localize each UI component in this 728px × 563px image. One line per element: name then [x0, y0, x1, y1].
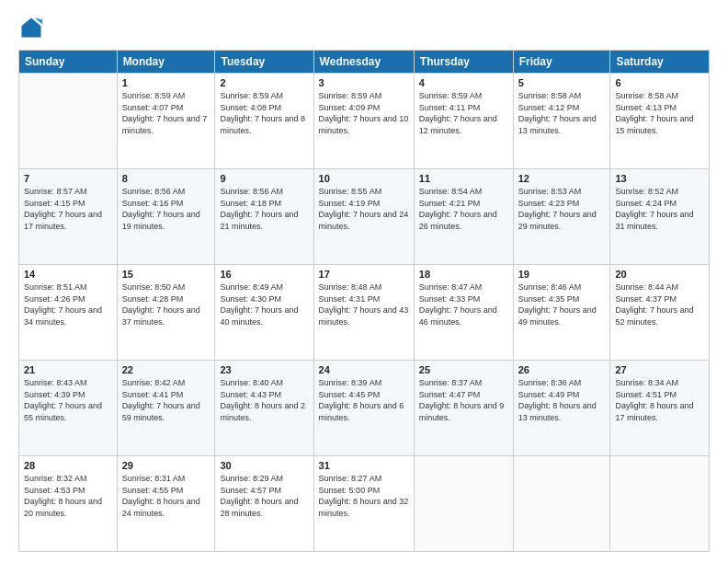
day-info: Sunrise: 8:58 AMSunset: 4:12 PMDaylight:…	[518, 90, 606, 136]
calendar-week-row: 14Sunrise: 8:51 AMSunset: 4:26 PMDayligh…	[19, 265, 710, 361]
day-info: Sunrise: 8:50 AMSunset: 4:28 PMDaylight:…	[122, 282, 210, 327]
calendar-day-cell: 13Sunrise: 8:52 AMSunset: 4:24 PMDayligh…	[610, 169, 710, 265]
calendar-day-cell: 15Sunrise: 8:50 AMSunset: 4:28 PMDayligh…	[117, 265, 215, 361]
calendar-day-cell: 4Sunrise: 8:59 AMSunset: 4:11 PMDaylight…	[414, 74, 513, 169]
day-info: Sunrise: 8:59 AMSunset: 4:09 PMDaylight:…	[319, 90, 409, 136]
day-info: Sunrise: 8:37 AMSunset: 4:47 PMDaylight:…	[419, 377, 508, 423]
day-number: 23	[220, 364, 308, 375]
day-number: 24	[319, 364, 409, 375]
day-number: 20	[615, 269, 704, 280]
calendar-day-cell: 7Sunrise: 8:57 AMSunset: 4:15 PMDaylight…	[19, 169, 118, 265]
day-info: Sunrise: 8:40 AMSunset: 4:43 PMDaylight:…	[220, 377, 308, 423]
day-number: 22	[122, 364, 210, 375]
header	[18, 15, 710, 40]
logo	[18, 15, 48, 40]
day-number: 21	[24, 364, 112, 375]
calendar-week-row: 28Sunrise: 8:32 AMSunset: 4:53 PMDayligh…	[19, 456, 710, 552]
svg-marker-0	[22, 18, 41, 38]
calendar-day-cell: 9Sunrise: 8:56 AMSunset: 4:18 PMDaylight…	[215, 169, 313, 265]
day-info: Sunrise: 8:32 AMSunset: 4:53 PMDaylight:…	[24, 473, 112, 519]
weekday-saturday: Saturday	[610, 51, 710, 74]
day-info: Sunrise: 8:31 AMSunset: 4:55 PMDaylight:…	[122, 473, 210, 519]
calendar-day-cell: 31Sunrise: 8:27 AMSunset: 5:00 PMDayligh…	[313, 456, 414, 552]
day-number: 5	[518, 77, 606, 88]
calendar-week-row: 1Sunrise: 8:59 AMSunset: 4:07 PMDaylight…	[19, 74, 710, 169]
day-info: Sunrise: 8:42 AMSunset: 4:41 PMDaylight:…	[122, 377, 210, 423]
day-info: Sunrise: 8:43 AMSunset: 4:39 PMDaylight:…	[24, 377, 112, 423]
weekday-wednesday: Wednesday	[313, 51, 414, 74]
day-number: 6	[615, 77, 704, 88]
calendar-day-cell	[513, 456, 610, 552]
calendar-day-cell: 18Sunrise: 8:47 AMSunset: 4:33 PMDayligh…	[414, 265, 513, 361]
day-number: 29	[122, 460, 210, 471]
day-number: 18	[419, 269, 508, 280]
weekday-friday: Friday	[513, 51, 610, 74]
calendar-day-cell: 1Sunrise: 8:59 AMSunset: 4:07 PMDaylight…	[117, 74, 215, 169]
calendar-day-cell: 30Sunrise: 8:29 AMSunset: 4:57 PMDayligh…	[215, 456, 313, 552]
calendar-week-row: 7Sunrise: 8:57 AMSunset: 4:15 PMDaylight…	[19, 169, 710, 265]
day-number: 19	[518, 269, 606, 280]
day-info: Sunrise: 8:52 AMSunset: 4:24 PMDaylight:…	[615, 186, 704, 232]
day-info: Sunrise: 8:48 AMSunset: 4:31 PMDaylight:…	[319, 282, 409, 327]
day-number: 7	[24, 173, 112, 184]
calendar-day-cell	[19, 74, 118, 169]
day-info: Sunrise: 8:46 AMSunset: 4:35 PMDaylight:…	[518, 282, 606, 327]
weekday-thursday: Thursday	[414, 51, 513, 74]
day-info: Sunrise: 8:56 AMSunset: 4:18 PMDaylight:…	[220, 186, 308, 232]
calendar-day-cell: 10Sunrise: 8:55 AMSunset: 4:19 PMDayligh…	[313, 169, 414, 265]
calendar-day-cell: 3Sunrise: 8:59 AMSunset: 4:09 PMDaylight…	[313, 74, 414, 169]
calendar-day-cell: 24Sunrise: 8:39 AMSunset: 4:45 PMDayligh…	[313, 361, 414, 456]
calendar-day-cell: 23Sunrise: 8:40 AMSunset: 4:43 PMDayligh…	[215, 361, 313, 456]
calendar-day-cell: 28Sunrise: 8:32 AMSunset: 4:53 PMDayligh…	[19, 456, 118, 552]
day-info: Sunrise: 8:34 AMSunset: 4:51 PMDaylight:…	[615, 377, 704, 423]
day-number: 1	[122, 77, 210, 88]
day-info: Sunrise: 8:39 AMSunset: 4:45 PMDaylight:…	[319, 377, 409, 423]
day-info: Sunrise: 8:53 AMSunset: 4:23 PMDaylight:…	[518, 186, 606, 232]
calendar-day-cell	[610, 456, 710, 552]
calendar-day-cell: 2Sunrise: 8:59 AMSunset: 4:08 PMDaylight…	[215, 74, 313, 169]
day-number: 13	[615, 173, 704, 184]
day-number: 25	[419, 364, 508, 375]
day-info: Sunrise: 8:27 AMSunset: 5:00 PMDaylight:…	[319, 473, 409, 519]
day-info: Sunrise: 8:58 AMSunset: 4:13 PMDaylight:…	[615, 90, 704, 136]
weekday-sunday: Sunday	[19, 51, 118, 74]
day-number: 11	[419, 173, 508, 184]
day-info: Sunrise: 8:59 AMSunset: 4:07 PMDaylight:…	[122, 90, 210, 136]
day-info: Sunrise: 8:54 AMSunset: 4:21 PMDaylight:…	[419, 186, 508, 232]
day-info: Sunrise: 8:59 AMSunset: 4:08 PMDaylight:…	[220, 90, 308, 136]
calendar-day-cell: 8Sunrise: 8:56 AMSunset: 4:16 PMDaylight…	[117, 169, 215, 265]
calendar-day-cell: 11Sunrise: 8:54 AMSunset: 4:21 PMDayligh…	[414, 169, 513, 265]
calendar-day-cell: 5Sunrise: 8:58 AMSunset: 4:12 PMDaylight…	[513, 74, 610, 169]
calendar-day-cell: 6Sunrise: 8:58 AMSunset: 4:13 PMDaylight…	[610, 74, 710, 169]
calendar-day-cell: 16Sunrise: 8:49 AMSunset: 4:30 PMDayligh…	[215, 265, 313, 361]
calendar-day-cell: 12Sunrise: 8:53 AMSunset: 4:23 PMDayligh…	[513, 169, 610, 265]
weekday-header-row: SundayMondayTuesdayWednesdayThursdayFrid…	[19, 51, 710, 74]
calendar-day-cell: 25Sunrise: 8:37 AMSunset: 4:47 PMDayligh…	[414, 361, 513, 456]
day-number: 28	[24, 460, 112, 471]
day-info: Sunrise: 8:59 AMSunset: 4:11 PMDaylight:…	[419, 90, 508, 136]
day-number: 15	[122, 269, 210, 280]
day-number: 30	[220, 460, 308, 471]
day-number: 3	[319, 77, 409, 88]
day-info: Sunrise: 8:44 AMSunset: 4:37 PMDaylight:…	[615, 282, 704, 327]
calendar-day-cell: 29Sunrise: 8:31 AMSunset: 4:55 PMDayligh…	[117, 456, 215, 552]
day-info: Sunrise: 8:49 AMSunset: 4:30 PMDaylight:…	[220, 282, 308, 327]
day-info: Sunrise: 8:51 AMSunset: 4:26 PMDaylight:…	[24, 282, 112, 327]
day-number: 2	[220, 77, 308, 88]
calendar-table: SundayMondayTuesdayWednesdayThursdayFrid…	[18, 50, 710, 552]
day-info: Sunrise: 8:36 AMSunset: 4:49 PMDaylight:…	[518, 377, 606, 423]
day-number: 4	[419, 77, 508, 88]
weekday-monday: Monday	[117, 51, 215, 74]
calendar-day-cell: 19Sunrise: 8:46 AMSunset: 4:35 PMDayligh…	[513, 265, 610, 361]
day-number: 27	[615, 364, 704, 375]
day-number: 17	[319, 269, 409, 280]
calendar-day-cell	[414, 456, 513, 552]
page: SundayMondayTuesdayWednesdayThursdayFrid…	[0, 0, 728, 563]
day-number: 16	[220, 269, 308, 280]
day-number: 8	[122, 173, 210, 184]
calendar-day-cell: 21Sunrise: 8:43 AMSunset: 4:39 PMDayligh…	[19, 361, 118, 456]
day-info: Sunrise: 8:56 AMSunset: 4:16 PMDaylight:…	[122, 186, 210, 232]
calendar-day-cell: 20Sunrise: 8:44 AMSunset: 4:37 PMDayligh…	[610, 265, 710, 361]
calendar-day-cell: 26Sunrise: 8:36 AMSunset: 4:49 PMDayligh…	[513, 361, 610, 456]
day-number: 9	[220, 173, 308, 184]
